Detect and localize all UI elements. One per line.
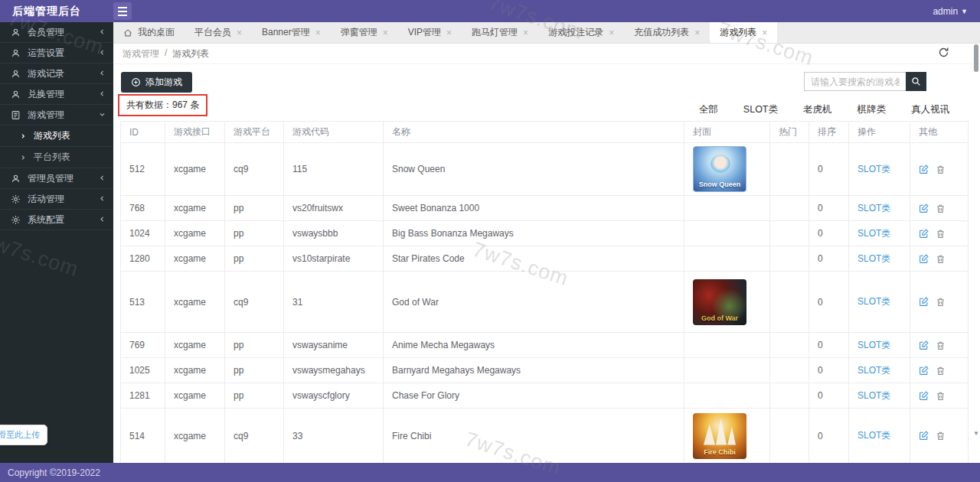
upload-drop-hint[interactable]: 滑至此上传 (0, 425, 47, 445)
tab-游戏投注记录[interactable]: 游戏投注记录× (538, 22, 624, 43)
delete-icon[interactable] (936, 366, 946, 376)
edit-icon[interactable] (919, 254, 929, 264)
delete-icon[interactable] (936, 340, 946, 350)
sidebar-item-活动管理[interactable]: 活动管理 (0, 189, 113, 210)
sidebar-item-管理员管理[interactable]: 管理员管理 (0, 168, 113, 189)
category-link[interactable]: SLOT类 (858, 340, 890, 350)
search-button[interactable] (906, 72, 926, 91)
category-link[interactable]: SLOT类 (858, 296, 890, 307)
edit-icon[interactable] (919, 366, 929, 376)
edit-icon[interactable] (919, 297, 929, 307)
cell-cover: God of War (684, 272, 770, 333)
chevron-left-icon (99, 89, 106, 99)
sidebar-item-系统配置[interactable]: 系统配置 (0, 210, 113, 230)
cell-hot (770, 272, 809, 333)
delete-icon[interactable] (936, 431, 946, 441)
tab-跑马灯管理[interactable]: 跑马灯管理× (462, 22, 538, 43)
scrollbar-thumb[interactable] (974, 44, 978, 72)
chevron-left-icon (99, 27, 106, 37)
filter-真人视讯[interactable]: 真人视讯 (911, 103, 949, 116)
tab-平台会员[interactable]: 平台会员× (185, 22, 252, 43)
cell-category: SLOT类 (849, 246, 910, 272)
cell-sort: 0 (809, 383, 849, 409)
category-link[interactable]: SLOT类 (858, 365, 890, 376)
sidebar-subitem-游戏列表[interactable]: 游戏列表 (0, 125, 113, 147)
tab-我的桌面[interactable]: 我的桌面 (113, 22, 185, 43)
breadcrumb-parent[interactable]: 游戏管理 (122, 47, 159, 60)
sidebar-item-运营设置[interactable]: 运营设置 (0, 43, 113, 64)
scrollbar-down-arrow[interactable]: ▼ (973, 430, 979, 437)
cell-code: vswaysanime (284, 333, 384, 358)
delete-icon[interactable] (936, 297, 946, 307)
delete-icon[interactable] (936, 391, 946, 401)
column-header-排序: 排序 (809, 122, 849, 143)
close-icon[interactable]: × (237, 28, 242, 37)
close-icon[interactable]: × (762, 28, 767, 37)
tab-弹窗管理[interactable]: 弹窗管理× (331, 22, 398, 43)
cell-hot (770, 333, 809, 358)
cell-sort: 0 (809, 358, 849, 383)
filter-老虎机[interactable]: 老虎机 (803, 103, 832, 116)
chevron-left-icon (99, 47, 106, 58)
user-icon (11, 174, 21, 184)
filter-全部[interactable]: 全部 (699, 103, 718, 116)
close-icon[interactable]: × (694, 28, 700, 37)
edit-icon[interactable] (919, 204, 929, 213)
delete-icon[interactable] (936, 204, 946, 213)
sidebar-subitem-平台列表[interactable]: 平台列表 (0, 147, 113, 168)
tab-label: VIP管理 (408, 26, 441, 39)
cell-cover: Fire Chibi (684, 409, 770, 464)
edit-icon[interactable] (919, 229, 929, 239)
delete-icon[interactable] (936, 164, 946, 174)
close-icon[interactable]: × (446, 28, 452, 37)
sidebar-item-会员管理[interactable]: 会员管理 (0, 22, 113, 43)
table-row: 513xcgamecq931God of WarGod of War0SLOT类 (121, 272, 969, 333)
category-link[interactable]: SLOT类 (858, 390, 890, 401)
cell-category: SLOT类 (849, 409, 910, 464)
category-link[interactable]: SLOT类 (858, 228, 890, 239)
cell-name: Big Bass Bonanza Megaways (384, 221, 684, 246)
sidebar-toggle-button[interactable] (113, 2, 132, 20)
sidebar-item-游戏记录[interactable]: 游戏记录 (0, 64, 113, 84)
home-icon (123, 28, 132, 37)
hamburger-icon (118, 7, 127, 8)
tab-VIP管理[interactable]: VIP管理× (398, 22, 462, 43)
open-tabs-bar: 我的桌面平台会员×Banner管理×弹窗管理×VIP管理×跑马灯管理×游戏投注记… (113, 22, 980, 44)
app-header: 后端管理后台 admin ▼ (0, 0, 980, 22)
games-table: ID游戏接口游戏平台游戏代码名称封面热门排序操作其他 512xcgamecq91… (120, 121, 969, 464)
sidebar-item-兑换管理[interactable]: 兑换管理 (0, 84, 113, 105)
column-header-其他: 其他 (910, 122, 969, 143)
tab-label: Banner管理 (262, 26, 310, 39)
refresh-icon[interactable] (938, 47, 949, 60)
add-game-button[interactable]: 添加游戏 (121, 72, 192, 93)
cell-platform: pp (225, 333, 284, 358)
category-link[interactable]: SLOT类 (858, 164, 890, 174)
chevron-left-icon (99, 194, 106, 204)
delete-icon[interactable] (936, 254, 946, 264)
close-icon[interactable]: × (609, 28, 614, 37)
category-link[interactable]: SLOT类 (858, 253, 890, 264)
search-input[interactable] (804, 72, 906, 91)
category-link[interactable]: SLOT类 (858, 203, 890, 213)
tab-充值成功列表[interactable]: 充值成功列表× (624, 22, 710, 43)
close-icon[interactable]: × (523, 28, 528, 37)
user-icon (11, 28, 21, 37)
filter-SLOT类[interactable]: SLOT类 (743, 103, 778, 116)
sidebar-item-label: 兑换管理 (28, 88, 92, 101)
vertical-scrollbar[interactable]: ▼ (973, 44, 979, 461)
tab-Banner管理[interactable]: Banner管理× (252, 22, 331, 43)
cell-code: vswaysbbb (284, 221, 384, 246)
edit-icon[interactable] (919, 391, 929, 401)
sidebar-item-游戏管理[interactable]: 游戏管理 (0, 105, 113, 125)
edit-icon[interactable] (919, 340, 929, 350)
edit-icon[interactable] (919, 431, 929, 441)
delete-icon[interactable] (936, 229, 946, 239)
user-menu[interactable]: admin ▼ (933, 6, 968, 17)
close-icon[interactable]: × (315, 28, 321, 37)
tab-游戏列表[interactable]: 游戏列表× (710, 22, 777, 43)
category-link[interactable]: SLOT类 (858, 430, 890, 441)
close-icon[interactable]: × (383, 28, 388, 37)
filter-棋牌类[interactable]: 棋牌类 (858, 103, 887, 116)
cell-category: SLOT类 (849, 358, 910, 383)
edit-icon[interactable] (919, 164, 929, 174)
